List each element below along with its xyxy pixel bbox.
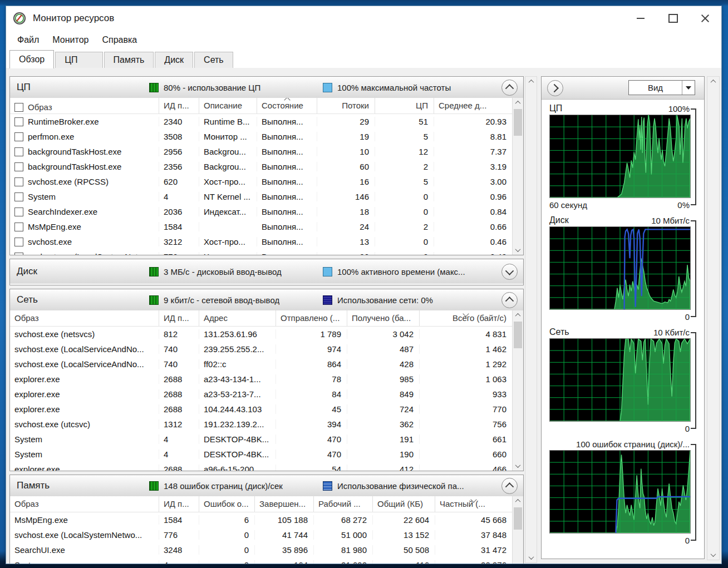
- column-header[interactable]: Ошибок о...: [199, 496, 255, 512]
- table-row[interactable]: svchost.exe (netsvcs)812131.253.61.961 7…: [10, 327, 513, 342]
- column-header[interactable]: ИД п...: [159, 98, 199, 113]
- tab-memory[interactable]: Память: [104, 52, 154, 68]
- column-header[interactable]: Описание: [199, 98, 257, 113]
- scrollbar-thumb[interactable]: [514, 322, 522, 348]
- scroll-up-icon[interactable]: [513, 98, 523, 107]
- column-header[interactable]: Всего (байт/с): [420, 310, 513, 326]
- table-row[interactable]: System4016421 09211620 976: [10, 557, 513, 564]
- table-cell: 0.96: [434, 192, 513, 201]
- tab-disk[interactable]: Диск: [155, 52, 193, 68]
- table-cell: Выполня...: [257, 207, 317, 216]
- table-row[interactable]: SearchIndexer.exe2036Индексат...Выполня.…: [10, 204, 513, 219]
- cpu-table-scrollbar[interactable]: [512, 98, 523, 255]
- table-cell: 21 092: [314, 560, 373, 564]
- column-header[interactable]: Потоки: [317, 98, 375, 113]
- table-row[interactable]: RuntimeBroker.exe2340Runtime B...Выполня…: [10, 114, 513, 129]
- cpu-section-header[interactable]: ЦП 80% - использование ЦП 100% максималь…: [10, 77, 523, 98]
- table-row[interactable]: explorer.exe2688a23-53-213-7...84849933: [10, 387, 513, 402]
- network-table-scrollbar[interactable]: [512, 310, 523, 471]
- table-row[interactable]: svchost.exe (RPCSS)620Хост-про...Выполня…: [10, 174, 513, 189]
- row-checkbox[interactable]: [14, 208, 23, 216]
- row-checkbox[interactable]: [14, 147, 23, 156]
- column-header[interactable]: Частный (...: [435, 496, 513, 512]
- column-header[interactable]: Общий (КБ): [373, 496, 435, 512]
- row-checkbox[interactable]: [14, 132, 23, 141]
- scroll-up-icon[interactable]: [513, 496, 523, 506]
- scroll-down-icon[interactable]: [707, 550, 719, 560]
- view-dropdown[interactable]: Вид: [628, 80, 695, 95]
- tab-cpu[interactable]: ЦП: [55, 52, 102, 68]
- network-collapse-button[interactable]: [501, 292, 518, 308]
- table-row[interactable]: explorer.exe2688a96-6-15-200...54412466: [10, 462, 513, 471]
- row-checkbox[interactable]: [14, 162, 23, 171]
- scroll-up-icon[interactable]: [525, 77, 537, 86]
- minimize-button[interactable]: [624, 6, 657, 31]
- row-checkbox[interactable]: [14, 223, 23, 231]
- scrollbar-thumb[interactable]: [514, 507, 522, 530]
- column-header[interactable]: ЦП: [375, 98, 434, 113]
- main-scrollbar[interactable]: [525, 76, 537, 563]
- table-row[interactable]: SearchUI.exe3248035 89681 98050 50831 47…: [10, 542, 513, 557]
- row-checkbox[interactable]: [14, 238, 23, 246]
- table-row[interactable]: svchost.exe3212Хост-про...Выполня...1300…: [10, 234, 513, 249]
- select-all-checkbox[interactable]: [14, 103, 23, 112]
- scrollbar-thumb[interactable]: [514, 109, 522, 136]
- memory-collapse-button[interactable]: [501, 478, 518, 494]
- column-header[interactable]: Рабочий ...: [314, 496, 373, 512]
- panel-expand-button[interactable]: [547, 80, 563, 96]
- menu-file[interactable]: Файл: [11, 33, 46, 47]
- table-row[interactable]: svchost.exe (LocalServiceAndNo...740ff02…: [10, 357, 513, 372]
- column-header[interactable]: Адрес: [199, 310, 276, 326]
- close-button[interactable]: [689, 6, 721, 31]
- table-row[interactable]: System4DESKTOP-4BK...470190660: [10, 447, 513, 462]
- maximize-button[interactable]: [657, 6, 689, 31]
- table-row[interactable]: svchost.exe (LocalSystemNetwo...776041 7…: [10, 527, 513, 542]
- row-checkbox[interactable]: [14, 253, 23, 255]
- row-checkbox[interactable]: [14, 192, 23, 201]
- tab-network[interactable]: Сеть: [194, 52, 233, 68]
- table-row[interactable]: MsMpEng.exe1584Выполня...2420.66: [10, 219, 513, 234]
- table-row[interactable]: perfmon.exe3508Монитор ...Выполня...1958…: [10, 129, 513, 144]
- table-row[interactable]: MsMpEng.exe15846105 18868 27222 60445 66…: [10, 512, 513, 527]
- memory-table-scrollbar[interactable]: [512, 496, 523, 564]
- table-row[interactable]: svchost.exe (LocalSystemNet...776Хост-пр…: [10, 249, 513, 255]
- scroll-up-icon[interactable]: [513, 310, 523, 320]
- network-section-header[interactable]: Сеть 9 кбит/с - сетевой ввод-вывод Испол…: [10, 289, 523, 311]
- column-header[interactable]: Образ: [10, 310, 159, 326]
- disk-section-header[interactable]: Диск 3 МБ/с - дисковый ввод-вывод 100% а…: [10, 259, 523, 284]
- column-header[interactable]: Образ: [10, 496, 159, 512]
- scroll-down-icon[interactable]: [513, 461, 523, 471]
- tab-overview[interactable]: Обзор: [9, 50, 54, 68]
- table-row[interactable]: backgroundTaskHost.exe2356Backgrou...Вып…: [10, 159, 513, 174]
- table-row[interactable]: explorer.exe2688104.244.43.10345724770: [10, 402, 513, 417]
- table-row[interactable]: explorer.exe2688a23-43-134-1...789851 06…: [10, 372, 513, 387]
- table-cell: 146: [317, 192, 375, 201]
- table-row[interactable]: svchost.exe (LocalServiceAndNo...740239.…: [10, 342, 513, 357]
- column-header[interactable]: Получено (ба...: [347, 310, 420, 326]
- graphs-panel-scrollbar[interactable]: [707, 76, 720, 560]
- column-header[interactable]: Среднее д...: [434, 98, 513, 113]
- table-row[interactable]: System4NT Kernel ...Выполня...14600.96: [10, 189, 513, 204]
- table-cell: explorer.exe: [10, 465, 159, 471]
- titlebar[interactable]: Монитор ресурсов: [6, 6, 721, 31]
- disk-expand-button[interactable]: [501, 264, 518, 280]
- scroll-down-icon[interactable]: [513, 245, 523, 255]
- column-header[interactable]: ИД п...: [159, 310, 199, 326]
- table-cell: Хост-про...: [199, 252, 257, 255]
- scroll-up-icon[interactable]: [707, 77, 719, 86]
- memory-section-header[interactable]: Память 148 ошибок страниц (диск)/сек Исп…: [10, 475, 523, 497]
- column-header[interactable]: Завершен...: [255, 496, 314, 512]
- table-row[interactable]: svchost.exe (utcsvc)1312191.232.139.2...…: [10, 417, 513, 432]
- row-checkbox[interactable]: [14, 117, 23, 126]
- menu-monitor[interactable]: Монитор: [46, 33, 95, 47]
- table-row[interactable]: backgroundTaskHost.exe2956Backgrou...Вып…: [10, 144, 513, 159]
- scroll-down-icon[interactable]: [525, 553, 537, 562]
- column-header[interactable]: ИД п...: [159, 496, 199, 512]
- cpu-collapse-button[interactable]: [501, 80, 518, 96]
- row-checkbox[interactable]: [14, 177, 23, 186]
- column-header[interactable]: Отправлено (...: [276, 310, 347, 326]
- menu-help[interactable]: Справка: [95, 33, 144, 47]
- column-header[interactable]: Состояние: [257, 98, 317, 113]
- table-row[interactable]: System4DESKTOP-4BK...470191661: [10, 432, 513, 447]
- column-header[interactable]: Образ: [10, 98, 159, 113]
